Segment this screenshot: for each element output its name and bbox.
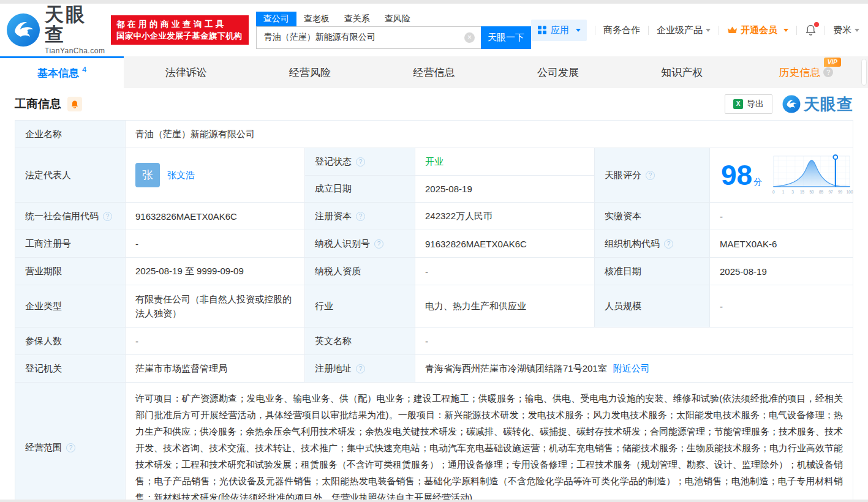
search-tab-risk[interactable]: 查风险 [377,12,418,26]
excel-icon: X [733,99,743,109]
svg-text:0: 0 [772,190,775,194]
legal-rep-cell: 张 张文浩 [125,148,304,202]
site-logo[interactable]: 天眼查 TianYanCha.com [6,5,107,55]
open-vip-button[interactable]: 开通会员 [727,24,788,36]
search-button[interactable]: 天眼一下 [481,26,531,49]
nav-divider [595,26,595,35]
table-row: 工商注册号 - 纳税人识别号 ? 91632826MAETX0AK6C 组织机构… [15,230,853,257]
tab-intellectual-property[interactable]: 知识产权 [620,56,744,88]
user-menu[interactable]: 费米 [833,24,859,36]
nav-enterprise-products[interactable]: 企业级产品 [657,24,711,36]
org-code-label: 组织机构代码 ? [594,230,709,257]
help-icon[interactable]: ? [646,171,655,180]
help-icon[interactable]: ? [356,212,365,221]
search-tab-company[interactable]: 查公司 [256,12,296,26]
reg-address-cell: 青海省海西州茫崖市冷湖镇团结路71号201室 附近公司 [415,355,853,382]
business-scope-value: 许可项目：矿产资源勘查；发电业务、输电业务、供（配）电业务；建设工程施工；供暖服… [125,383,853,502]
tab-basic-info[interactable]: 基本信息 4 [0,56,124,88]
help-icon[interactable]: ? [356,157,365,167]
nav-cooperation[interactable]: 商务合作 [603,24,640,36]
apps-label: 应用 [551,24,569,36]
credit-code-label: 统一社会信用代码 ? [15,203,125,230]
chevron-down-icon [706,29,711,32]
help-icon[interactable]: ? [66,443,75,452]
staff-size-label: 人员规模 [594,285,709,327]
tab-legal-proceedings[interactable]: 法律诉讼 [124,56,247,88]
approval-date-value: 2025-08-19 [709,258,853,285]
chevron-down-icon [576,29,581,32]
business-term-label: 营业期限 [15,258,125,285]
company-tabbar: 基本信息 4 法律诉讼 经营风险 经营信息 公司发展 知识产权 VIP 历史信息… [0,56,868,88]
tab-company-development[interactable]: 公司发展 [496,56,620,88]
est-date-value: 2025-08-19 [415,175,594,202]
help-icon[interactable]: ? [374,239,383,249]
reg-number-value: - [125,230,304,257]
insured-count-label: 参保人数 [15,328,125,354]
bottom-divider [0,500,868,502]
section-title: 工商信息 [15,96,61,112]
taxpayer-id-label: 纳税人识别号 ? [304,230,415,257]
search-tabs: 查公司 查老板 查关系 查风险 [256,12,531,26]
help-icon[interactable]: ? [103,212,112,221]
nearby-companies-link[interactable]: 附近公司 [613,363,650,375]
brand-name: 天眼查 [45,5,107,45]
company-type-value: 有限责任公司（非自然人投资或控股的法人独资） [125,285,304,327]
legal-rep-link[interactable]: 张文浩 [167,170,195,181]
table-row: 法定代表人 张 张文浩 登记状态 ? 开业 成立日期 2025-08-19 天眼… [15,148,853,202]
svg-text:1: 1 [782,190,785,194]
industry-value: 电力、热力生产和供应业 [415,285,594,327]
svg-text:15: 15 [800,190,805,194]
notifications-button[interactable] [805,24,817,36]
insured-count-value: - [125,328,304,354]
legal-rep-label: 法定代表人 [15,148,125,202]
company-name-value: 青油（茫崖）新能源有限公司 [125,121,853,148]
search-tab-relation[interactable]: 查关系 [337,12,377,26]
svg-text:3: 3 [791,190,794,194]
table-row: 营业期限 2025-08-19 至 9999-09-09 纳税人资质 - 核准日… [15,257,853,285]
help-icon[interactable]: ? [823,67,833,77]
help-icon[interactable]: ? [664,239,673,249]
tab-operating-info[interactable]: 经营信息 [372,56,496,88]
svg-text:85: 85 [819,190,824,194]
avatar[interactable]: 张 [135,163,160,187]
business-term-value: 2025-08-19 至 9999-09-09 [125,258,304,285]
scrollbar-thumb[interactable] [861,59,867,86]
monitor-bell-button[interactable] [67,97,82,111]
tab-operating-risk[interactable]: 经营风险 [248,56,372,88]
svg-text:97: 97 [829,190,834,194]
help-icon[interactable]: ? [356,364,365,373]
tab-history-info[interactable]: VIP 历史信息 ? [744,56,868,88]
search-tab-boss[interactable]: 查老板 [296,12,337,26]
paid-capital-value: - [709,203,853,230]
nav-divider [825,26,825,35]
search-box: × 天眼一下 [256,26,531,49]
crown-icon [727,26,738,34]
company-name-label: 企业名称 [15,121,125,148]
score-value: 98 分 [721,161,762,189]
search-area: 查公司 查老板 查关系 查风险 × 天眼一下 [256,12,531,49]
reg-address-label: 注册地址 ? [304,355,415,382]
business-scope-label: 经营范围 ? [15,383,125,502]
vip-badge: VIP [824,58,841,67]
brand-domain: TianYanCha.com [45,47,107,55]
search-input[interactable] [256,26,481,49]
clear-search-icon[interactable]: × [464,32,475,43]
industry-label: 行业 [304,285,415,327]
header-nav: 应用 商务合作 企业级产品 开通会员 [531,20,859,41]
tab-label: 基本信息 [37,66,79,80]
table-row: 经营范围 ? 许可项目：矿产资源勘查；发电业务、输电业务、供（配）电业务；建设工… [15,382,853,502]
credit-code-value: 91632826MAETX0AK6C [125,203,304,230]
approval-date-label: 核准日期 [594,258,709,285]
section-header: 工商信息 X 导出 天眼查 [0,88,868,120]
export-button[interactable]: X 导出 [725,94,772,114]
reg-capital-value: 242322万人民币 [415,203,594,230]
logo-text: 天眼查 TianYanCha.com [45,5,107,55]
reg-authority-value: 茫崖市市场监督管理局 [125,355,304,382]
reg-status-label: 登记状态 ? [304,148,415,175]
export-label: 导出 [747,99,764,110]
score-cell: 98 分 [709,148,858,202]
table-row: 参保人数 - 英文名称 - [15,327,853,354]
apps-menu-button[interactable]: 应用 [531,20,587,41]
tianyancha-page: 天眼查 TianYanCha.com 都在用的商业查询工具 国家中小企业发展子基… [0,0,868,502]
est-date-label: 成立日期 [304,175,415,202]
